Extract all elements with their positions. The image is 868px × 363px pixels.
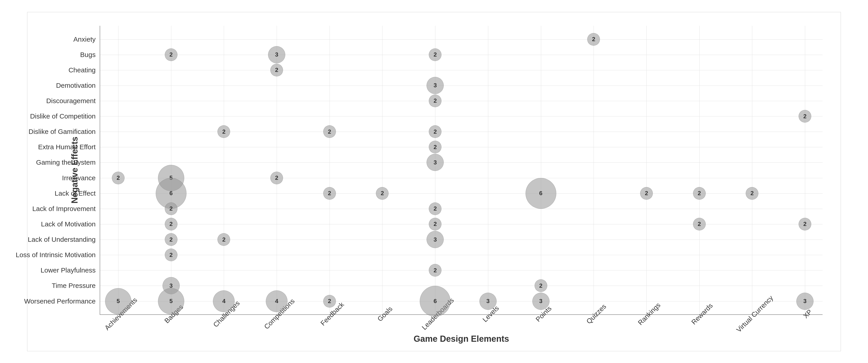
bubble: 2	[693, 187, 706, 200]
x-tick-label: Rankings	[637, 301, 662, 326]
x-tick-label: XP	[802, 308, 813, 320]
bubble: 2	[376, 187, 389, 200]
bubble-value: 2	[803, 113, 807, 120]
grid-line-v	[330, 26, 330, 314]
bubble: 6	[526, 178, 556, 209]
x-tick-label: Virtual Currency	[735, 294, 775, 334]
bubble: 6	[420, 286, 451, 316]
bubble: 2	[429, 125, 441, 138]
bubble-value: 2	[698, 190, 701, 197]
x-tick-label: Goals	[376, 305, 394, 323]
chart-area: Negative Effects Game Design Elements An…	[100, 26, 823, 315]
bubble-value: 2	[434, 128, 437, 135]
bubble: 2	[323, 295, 336, 308]
bubble: 2	[429, 49, 441, 61]
bubble: 2	[165, 203, 178, 215]
bubble-value: 2	[169, 51, 173, 58]
y-tick-label: Bugs	[80, 51, 96, 59]
bubble-value: 2	[328, 190, 331, 197]
bubble-value: 2	[328, 298, 331, 305]
y-tick-label: Irrelevance	[62, 174, 96, 182]
bubble: 5	[158, 288, 184, 314]
bubble-value: 6	[169, 190, 173, 197]
bubble: 3	[268, 46, 285, 63]
y-tick-label: Worsened Performance	[24, 297, 96, 305]
bubble-value: 3	[434, 82, 437, 89]
grid-line-h	[100, 101, 823, 101]
bubble-value: 2	[381, 190, 384, 197]
bubble-value: 6	[539, 190, 542, 197]
x-tick-label: Rewards	[690, 302, 714, 326]
bubble-value: 2	[434, 97, 437, 104]
bubble: 3	[427, 231, 444, 248]
bubble-value: 2	[117, 174, 120, 181]
y-tick-label: Loss of Intrinsic Motivation	[16, 251, 96, 259]
grid-line-h	[100, 55, 823, 55]
bubble: 2	[217, 125, 230, 138]
bubble: 2	[165, 49, 178, 61]
y-tick-label: Lack of Understanding	[28, 236, 96, 243]
bubble-value: 3	[434, 159, 437, 166]
bubble-value: 2	[539, 282, 542, 289]
bubble-value: 2	[434, 51, 437, 58]
grid-line-v	[752, 26, 752, 314]
bubble-value: 2	[169, 251, 173, 259]
bubble-value: 2	[434, 220, 437, 228]
bubble-value: 2	[275, 66, 278, 73]
bubble: 2	[640, 187, 653, 200]
x-tick-label: Quizzes	[585, 302, 608, 325]
bubble: 2	[165, 248, 178, 261]
bubble-value: 6	[434, 298, 437, 305]
y-tick-label: Lack of Improvement	[32, 205, 96, 213]
bubble-value: 3	[487, 298, 490, 305]
bubble-value: 5	[117, 298, 120, 305]
bubble: 3	[427, 77, 444, 94]
bubble-value: 2	[275, 174, 278, 181]
y-tick-label: Lower Playfulness	[41, 266, 96, 274]
y-tick-label: Lack of Motivation	[41, 220, 96, 228]
grid-line-v	[382, 26, 382, 314]
grid-line-v	[224, 26, 224, 314]
y-tick-label: Anxiety	[73, 35, 96, 43]
y-tick-label: Lack of Effect	[55, 189, 96, 197]
grid-line-h	[100, 209, 823, 209]
grid-line-h	[100, 178, 823, 178]
bubble: 5	[105, 288, 131, 314]
bubble-value: 2	[750, 190, 754, 197]
chart-container: Negative Effects Game Design Elements An…	[27, 12, 841, 351]
bubble-value: 2	[222, 236, 225, 243]
grid-line-h	[100, 70, 823, 70]
grid-line-h	[100, 116, 823, 117]
grid-line-v	[805, 26, 805, 314]
bubble-value: 2	[169, 220, 173, 228]
y-tick-label: Extra Human Effort	[38, 143, 96, 151]
bubble: 2	[270, 64, 283, 77]
bubble-value: 4	[222, 298, 225, 305]
bubble: 2	[429, 264, 441, 277]
y-tick-label: Dislike of Competition	[30, 113, 96, 120]
grid-line-v	[118, 26, 119, 314]
bubble-value: 5	[169, 298, 173, 305]
bubble-value: 2	[645, 190, 648, 197]
y-tick-label: Cheating	[68, 66, 96, 74]
bubble: 3	[479, 293, 497, 310]
grid-line-v	[488, 26, 488, 314]
bubble-value: 3	[434, 236, 437, 243]
grid-line-h	[100, 270, 823, 271]
bubble-value: 3	[539, 298, 542, 305]
bubble: 2	[112, 172, 125, 184]
bubble: 2	[429, 218, 441, 231]
bubble: 2	[693, 218, 706, 231]
bubble-value: 2	[803, 220, 807, 228]
y-tick-label: Demotivation	[56, 82, 96, 89]
bubble: 4	[213, 291, 235, 312]
bubble: 2	[165, 233, 178, 246]
bubble-value: 2	[592, 36, 595, 43]
bubble: 2	[799, 110, 811, 123]
y-tick-label: Time Pressure	[52, 282, 96, 290]
x-axis-label: Game Design Elements	[414, 334, 509, 344]
bubble: 2	[799, 218, 811, 231]
bubble: 3	[427, 154, 444, 171]
bubble: 2	[429, 141, 441, 153]
bubble: 2	[587, 33, 600, 46]
